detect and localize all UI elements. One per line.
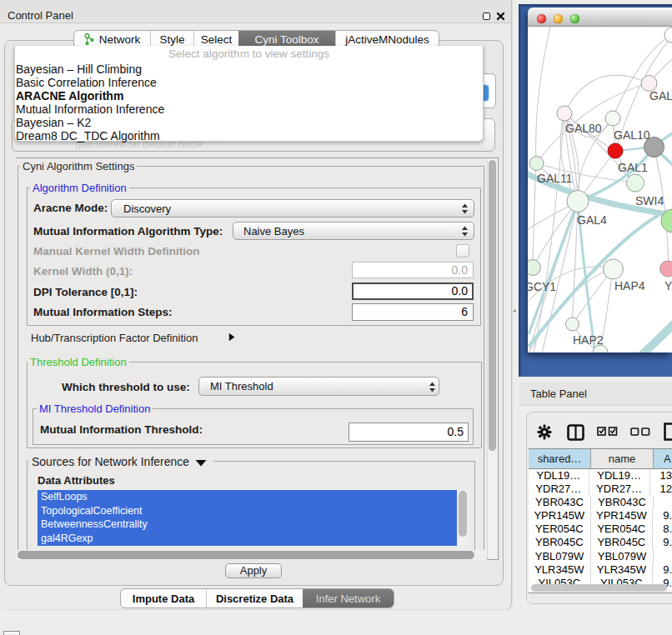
svg-text:YEL: YEL [664,279,672,292]
svg-text:GCY1: GCY1 [528,280,556,293]
svg-text:GAL10: GAL10 [614,128,650,142]
svg-text:GAL11: GAL11 [537,172,573,185]
svg-text:GAL1: GAL1 [618,161,648,174]
svg-text:HAP4: HAP4 [614,279,645,292]
svg-text:HAP2: HAP2 [573,333,604,347]
svg-text:GAL4: GAL4 [577,213,607,227]
svg-text:SWI4: SWI4 [635,194,664,208]
svg-text:GAL80: GAL80 [565,122,602,135]
svg-text:GAL7: GAL7 [649,89,672,102]
